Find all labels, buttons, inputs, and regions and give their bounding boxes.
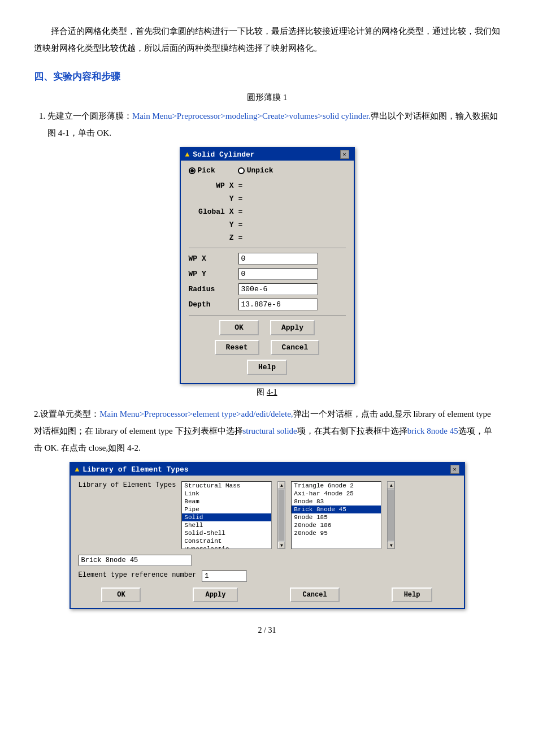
wp-y-input-label: WP Y xyxy=(189,270,234,278)
unpick-radio-dot xyxy=(238,167,245,174)
apply-button[interactable]: Apply xyxy=(270,320,315,335)
help-button[interactable]: Help xyxy=(247,360,287,375)
fig-ref: 4-1 xyxy=(267,388,277,396)
lib-apply-button[interactable]: Apply xyxy=(193,587,238,602)
lib-close-icon[interactable]: ✕ xyxy=(450,465,459,474)
list-item-brick-8node-45[interactable]: Brick 8node 45 xyxy=(292,506,381,513)
fig-caption-text: 图 4-1 xyxy=(257,388,277,396)
step2-blue1: Main Menu>Preprocessor>element type>add/… xyxy=(99,409,293,418)
list-item-beam[interactable]: Beam xyxy=(182,498,271,506)
list-item-constraint[interactable]: Constraint xyxy=(182,537,271,545)
ok-apply-row: OK Apply xyxy=(189,320,346,335)
lib-titlebar: ▲ Library of Element Types ✕ xyxy=(71,463,464,476)
lib-left-list[interactable]: Structural Mass Link Beam Pipe Solid She… xyxy=(181,481,272,549)
global-z-label: Z xyxy=(189,234,234,242)
y-field-label: Y xyxy=(189,195,234,203)
lib-cancel-button[interactable]: Cancel xyxy=(290,587,339,602)
lib-status-bar: Brick 8node 45 xyxy=(79,555,192,566)
list-item-triangle-6node-2[interactable]: Triangle 6node 2 xyxy=(292,482,381,490)
left-scrollbar[interactable]: ▲ ▼ xyxy=(277,481,285,549)
depth-label: Depth xyxy=(189,300,234,309)
fig-caption-4-1: 图 4-1 xyxy=(34,387,500,398)
wp-x-input[interactable] xyxy=(238,253,318,265)
lib-dialog-title: Library of Element Types xyxy=(83,465,188,474)
step1-prefix: 先建立一个圆形薄膜： xyxy=(47,111,132,120)
lib-btn-row: OK Apply Cancel Help xyxy=(79,587,456,602)
step2-blue2: structural solide xyxy=(243,426,297,435)
subtitle: 圆形薄膜 1 xyxy=(34,92,500,103)
lib-ref-input[interactable] xyxy=(202,571,247,582)
divider1 xyxy=(189,248,346,248)
dialog-body: Pick Unpick WP X = Y = Global X xyxy=(181,161,354,383)
lib-label-col: Library of Element Types xyxy=(79,481,176,549)
lib-label: Library of Element Types xyxy=(79,481,176,489)
cancel-button[interactable]: Cancel xyxy=(271,340,320,355)
wp-x-field-label: WP X xyxy=(189,182,234,190)
y-display-row: Y = xyxy=(189,193,346,204)
lib-left-list-wrapper: Structural Mass Link Beam Pipe Solid She… xyxy=(181,481,272,549)
lib-ok-button[interactable]: OK xyxy=(101,587,141,602)
list-item-solid-shell[interactable]: Solid-Shell xyxy=(182,529,271,537)
wp-y-input[interactable] xyxy=(238,268,318,280)
pick-unpick-row: Pick Unpick xyxy=(189,166,346,175)
list-item-solid[interactable]: Solid xyxy=(182,513,271,521)
pick-label: Pick xyxy=(198,166,215,175)
global-y-eq: = xyxy=(238,221,243,229)
list-item-hyperelastic[interactable]: Hyperelastic xyxy=(182,545,271,549)
depth-input-row: Depth xyxy=(189,299,346,310)
ok-button[interactable]: OK xyxy=(219,320,259,335)
list-item-shell[interactable]: Shell xyxy=(182,521,271,529)
list-item-link[interactable]: Link xyxy=(182,490,271,498)
radius-input[interactable] xyxy=(238,283,318,295)
step2-blue3: brick 8node 45 xyxy=(407,426,458,435)
lib-element-dialog: ▲ Library of Element Types ✕ Library of … xyxy=(70,462,465,609)
step2-mid2: 项，在其右侧下拉表框中选择 xyxy=(297,426,407,435)
lib-help-button[interactable]: Help xyxy=(392,587,433,602)
dialog-titlebar: ▲ Solid Cylinder ✕ xyxy=(181,148,354,161)
right-scroll-up[interactable]: ▲ xyxy=(388,482,394,489)
step1-item: 先建立一个圆形薄膜：Main Menu>Preprocessor>modelin… xyxy=(47,107,500,141)
lib-right-list[interactable]: Triangle 6node 2 Axi-har 4node 25 8node … xyxy=(291,481,381,549)
reset-cancel-row: Reset Cancel xyxy=(189,340,346,355)
close-icon[interactable]: ✕ xyxy=(340,150,349,159)
list-item-8node-83[interactable]: 8node 83 xyxy=(292,498,381,506)
global-z-eq: = xyxy=(238,234,243,242)
wp-x-input-label: WP X xyxy=(189,254,234,263)
radius-input-row: Radius xyxy=(189,283,346,295)
solid-cylinder-dialog-container: ▲ Solid Cylinder ✕ Pick Unpick WP X = xyxy=(34,147,500,384)
list-item-20node-186[interactable]: 20node 186 xyxy=(292,521,381,529)
reset-button[interactable]: Reset xyxy=(215,340,259,355)
left-scroll-up[interactable]: ▲ xyxy=(278,482,285,489)
radius-label: Radius xyxy=(189,285,234,293)
wp-y-input-row: WP Y xyxy=(189,268,346,280)
list-item-20node-95[interactable]: 20node 95 xyxy=(292,529,381,537)
list-item-structural-mass[interactable]: Structural Mass xyxy=(182,482,271,490)
divider2 xyxy=(189,315,346,316)
section-title: 四、实验内容和步骤 xyxy=(34,70,500,83)
unpick-radio[interactable]: Unpick xyxy=(238,166,273,175)
right-scroll-down[interactable]: ▼ xyxy=(388,542,394,548)
pick-radio-dot xyxy=(189,167,196,174)
global-z-display-row: Z = xyxy=(189,232,346,243)
lib-dialog-container: ▲ Library of Element Types ✕ Library of … xyxy=(34,462,500,609)
list-item-pipe[interactable]: Pipe xyxy=(182,506,271,513)
lib-body: Library of Element Types Structural Mass… xyxy=(71,476,464,608)
wp-x-eq: = xyxy=(238,182,243,190)
right-scrollbar[interactable]: ▲ ▼ xyxy=(387,481,395,549)
dialog-title: Solid Cylinder xyxy=(193,150,254,159)
step1-blue: Main Menu>Preprocessor>modeling>Create>v… xyxy=(132,111,371,120)
solid-cylinder-dialog: ▲ Solid Cylinder ✕ Pick Unpick WP X = xyxy=(180,147,355,384)
wp-x-display-row: WP X = xyxy=(189,180,346,191)
lib-top-section: Library of Element Types Structural Mass… xyxy=(79,481,456,549)
intro-paragraph: 择合适的网格化类型，首先我们拿圆的结构进行一下比较，最后选择比较接近理论计算的网… xyxy=(34,23,500,57)
global-x-display-row: Global X = xyxy=(189,206,346,217)
left-scroll-track xyxy=(279,490,284,541)
step2-prefix: 2.设置单元类型： xyxy=(34,409,99,418)
left-scroll-down[interactable]: ▼ xyxy=(278,542,285,548)
lib-right-list-wrapper: Triangle 6node 2 Axi-har 4node 25 8node … xyxy=(291,481,381,549)
list-item-axi-har-4node-25[interactable]: Axi-har 4node 25 xyxy=(292,490,381,498)
global-x-label: Global X xyxy=(189,208,234,216)
pick-radio[interactable]: Pick xyxy=(189,166,215,175)
list-item-9node-185[interactable]: 9node 185 xyxy=(292,513,381,521)
depth-input[interactable] xyxy=(238,299,318,310)
